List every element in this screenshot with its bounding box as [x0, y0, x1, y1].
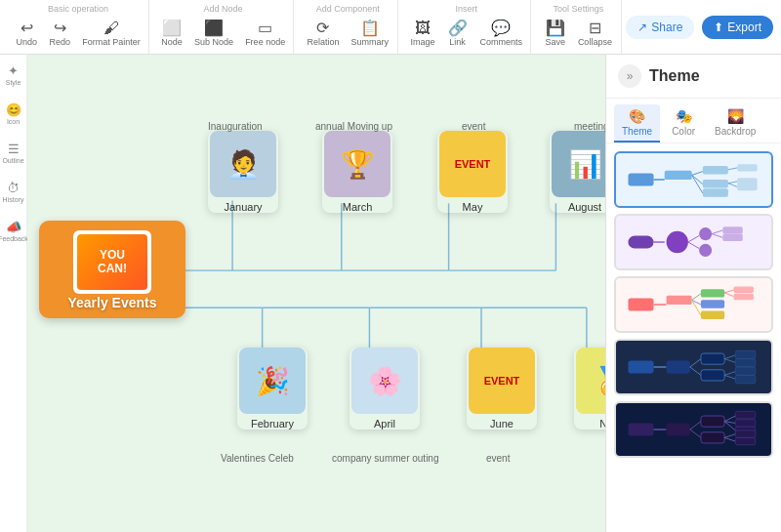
undo-button[interactable]: ↩ Undo: [11, 18, 42, 50]
relation-label: Relation: [307, 37, 339, 47]
svg-point-37: [699, 244, 712, 257]
feedback-icon-btn[interactable]: 📣 Feedback: [2, 219, 25, 242]
svg-rect-24: [703, 188, 728, 196]
theme-preview-1[interactable]: [614, 151, 773, 208]
svg-rect-59: [701, 353, 724, 364]
february-label: February: [251, 418, 294, 430]
svg-rect-72: [667, 423, 690, 435]
svg-line-73: [690, 422, 701, 430]
feedback-icon: 📣: [6, 220, 21, 234]
export-icon: ⬆: [714, 20, 723, 34]
theme-preview-3[interactable]: [614, 276, 773, 333]
outline-icon: ☰: [8, 142, 20, 156]
node-november[interactable]: 🏅 Nov: [574, 348, 605, 430]
svg-rect-68: [735, 367, 755, 375]
basic-items: ↩ Undo ↪ Redo 🖌 Format Painter: [11, 18, 145, 50]
tab-color[interactable]: 🎭 Color: [664, 104, 703, 143]
summary-label: Summary: [350, 37, 389, 47]
style-icon: ✦: [8, 63, 19, 78]
image-button[interactable]: 🖼 Image: [406, 18, 440, 50]
theme-preview-5[interactable]: [614, 401, 773, 458]
svg-line-19: [692, 172, 703, 176]
svg-rect-41: [722, 234, 742, 241]
svg-rect-55: [628, 360, 653, 373]
tab-theme[interactable]: 🎨 Theme: [614, 104, 660, 143]
root-node[interactable]: YOUCAN! Yearly Events: [39, 221, 185, 318]
svg-line-34: [688, 235, 699, 242]
svg-line-36: [688, 242, 699, 249]
save-button[interactable]: 💾 Save: [540, 18, 571, 50]
toolbar: Basic operation ↩ Undo ↪ Redo 🖌 Format P…: [0, 0, 781, 55]
mind-map-canvas[interactable]: YOUCAN! Yearly Events 🧑‍💼 January Inaugu…: [27, 55, 605, 532]
svg-line-23: [692, 175, 703, 193]
node-june[interactable]: EVENT June: [467, 348, 537, 430]
svg-line-58: [690, 359, 701, 367]
node-button[interactable]: ⬜ Node: [156, 18, 187, 50]
backdrop-tab-icon: 🌄: [727, 108, 744, 124]
svg-rect-54: [733, 294, 753, 301]
icon-icon-btn[interactable]: 😊 Icon: [2, 102, 25, 125]
save-icon: 💾: [546, 20, 565, 36]
svg-rect-65: [735, 359, 755, 367]
toolbar-group-basic: Basic operation ↩ Undo ↪ Redo 🖌 Format P…: [8, 0, 149, 54]
theme-tab-icon: 🎨: [629, 108, 645, 124]
free-node-label: Free node: [245, 37, 285, 47]
tab-backdrop[interactable]: 🌄 Backdrop: [707, 104, 763, 143]
theme-preview-5-svg: [616, 403, 771, 456]
sub-node-button[interactable]: ⬛ Sub Node: [189, 18, 238, 50]
group-label-add-component: Add Component: [316, 4, 380, 14]
format-painter-button[interactable]: 🖌 Format Painter: [77, 18, 145, 50]
comments-label: Comments: [480, 37, 523, 47]
node-february[interactable]: 🎉 February: [237, 348, 308, 430]
theme-preview-2[interactable]: [614, 214, 773, 270]
group-label-insert: Insert: [456, 4, 478, 14]
format-painter-icon: 🖌: [103, 20, 119, 36]
collapse-icon: ⊟: [589, 20, 601, 36]
theme-panel: » Theme 🎨 Theme 🎭 Color 🌄 Backdrop: [605, 55, 781, 532]
summary-icon: 📋: [360, 20, 380, 36]
summary-button[interactable]: 📋 Summary: [346, 18, 393, 50]
january-label: January: [224, 201, 262, 213]
svg-rect-64: [735, 350, 755, 358]
node-april[interactable]: 🌸 April: [349, 348, 420, 430]
outline-label: Outline: [2, 157, 23, 164]
link-icon: 🔗: [448, 20, 468, 36]
side-icons-panel: ✦ Style 😊 Icon ☰ Outline ⏱ History 📣 Fee…: [0, 55, 27, 532]
svg-point-35: [699, 227, 712, 240]
comments-button[interactable]: 💬 Comments: [475, 18, 528, 50]
link-button[interactable]: 🔗 Link: [442, 18, 473, 50]
outline-icon-btn[interactable]: ☰ Outline: [2, 141, 25, 164]
export-button[interactable]: ⬆ Export: [702, 16, 773, 39]
node-may[interactable]: EVENT May: [437, 131, 508, 213]
backdrop-tab-label: Backdrop: [715, 126, 756, 137]
svg-rect-50: [701, 311, 724, 319]
node-august[interactable]: 📊 August: [550, 131, 605, 213]
april-label: April: [374, 418, 395, 430]
node-january[interactable]: 🧑‍💼 January: [208, 131, 278, 213]
history-icon-btn[interactable]: ⏱ History: [2, 180, 25, 203]
svg-rect-86: [735, 437, 755, 444]
style-icon-btn[interactable]: ✦ Style: [2, 62, 25, 86]
svg-rect-40: [722, 226, 742, 233]
share-button[interactable]: ↗ Share: [626, 16, 694, 39]
node-icon: ⬜: [162, 20, 182, 36]
relation-button[interactable]: ⟳ Relation: [302, 18, 344, 50]
svg-rect-18: [665, 171, 692, 180]
collapse-panel-icon: »: [627, 69, 634, 83]
history-icon: ⏱: [7, 181, 20, 195]
format-painter-label: Format Painter: [82, 37, 141, 47]
redo-button[interactable]: ↪ Redo: [44, 18, 75, 50]
group-label-basic: Basic operation: [48, 4, 108, 14]
node-march[interactable]: 🏆 March: [322, 131, 392, 213]
svg-line-60: [690, 367, 701, 375]
collapse-panel-button[interactable]: »: [618, 64, 641, 88]
theme-tab-label: Theme: [622, 126, 652, 137]
theme-preview-4[interactable]: [614, 339, 773, 395]
svg-rect-74: [701, 416, 724, 427]
svg-line-25: [728, 168, 737, 170]
collapse-button[interactable]: ⊟ Collapse: [573, 18, 617, 50]
redo-icon: ↪: [54, 20, 66, 36]
free-node-button[interactable]: ▭ Free node: [240, 18, 290, 50]
toolbar-group-add-component: Add Component ⟳ Relation 📋 Summary: [298, 0, 398, 54]
svg-rect-22: [703, 180, 728, 187]
